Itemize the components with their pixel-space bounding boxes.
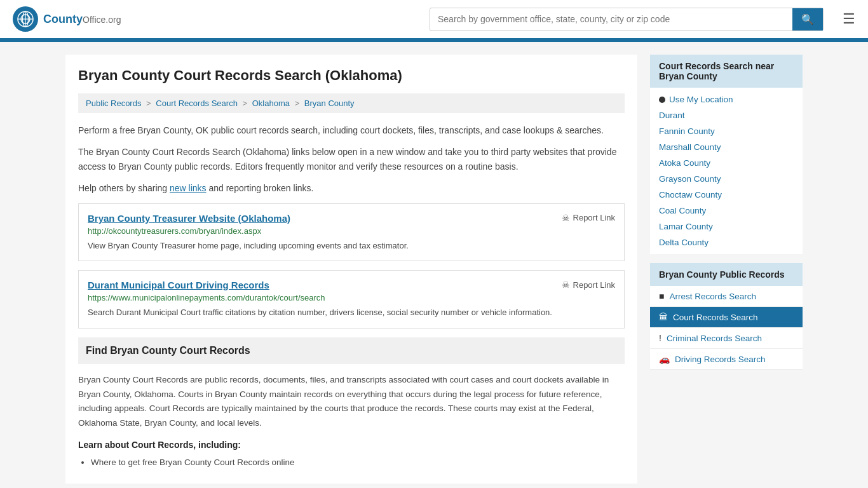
search-button[interactable]: 🔍 xyxy=(792,8,823,30)
logo-text: CountyOffice.org xyxy=(43,13,121,26)
learn-list: Where to get free Bryan County Court Rec… xyxy=(91,455,625,470)
nearby-item-5[interactable]: Choctaw County xyxy=(650,187,803,203)
report-link-0[interactable]: ☠ Report Link xyxy=(562,213,615,223)
pr-link-1[interactable]: Court Records Search xyxy=(673,313,758,322)
nearby-item-8[interactable]: Delta County xyxy=(650,234,803,250)
arrest-icon: ■ xyxy=(659,291,664,301)
criminal-icon: ! xyxy=(659,333,661,343)
nearby-item-4[interactable]: Grayson County xyxy=(650,171,803,187)
public-records-list: ■ Arrest Records Search 🏛 Court Records … xyxy=(650,286,803,370)
link-title-1[interactable]: Durant Municipal Court Driving Records xyxy=(88,280,269,290)
find-section-header: Find Bryan County Court Records xyxy=(78,337,625,364)
pr-item-2[interactable]: ! Criminal Records Search xyxy=(650,328,803,349)
use-location-item[interactable]: Use My Location xyxy=(650,92,803,107)
search-input[interactable] xyxy=(430,9,792,29)
link-card-1: Durant Municipal Court Driving Records ☠… xyxy=(78,270,625,329)
link-card-0: Bryan County Treasurer Website (Oklahoma… xyxy=(78,203,625,262)
menu-icon[interactable]: ☰ xyxy=(843,11,855,27)
logo-icon xyxy=(13,6,38,32)
link-desc-0: View Bryan County Treasurer home page, i… xyxy=(88,240,615,252)
breadcrumb-public-records[interactable]: Public Records xyxy=(86,98,141,108)
pr-link-0[interactable]: Arrest Records Search xyxy=(669,292,756,301)
description-3: Help others by sharing new links and rep… xyxy=(78,181,625,195)
page-title: Bryan County Court Records Search (Oklah… xyxy=(78,67,625,84)
description-2: The Bryan County Court Records Search (O… xyxy=(78,145,625,173)
location-dot-icon xyxy=(659,97,665,103)
link-url-0: http://okcountytreasurers.com/bryan/inde… xyxy=(88,226,615,236)
nearby-item-6[interactable]: Coal County xyxy=(650,203,803,219)
page-container: Bryan County Court Records Search (Oklah… xyxy=(53,42,815,488)
nearby-section-title: Court Records Search near Bryan County xyxy=(650,55,803,88)
pr-link-3[interactable]: Driving Records Search xyxy=(675,355,766,364)
report-icon-1: ☠ xyxy=(562,280,570,290)
breadcrumb-court-records-search[interactable]: Court Records Search xyxy=(156,98,238,108)
learn-item-0: Where to get free Bryan County Court Rec… xyxy=(91,455,625,470)
use-location-link[interactable]: Use My Location xyxy=(669,95,733,104)
breadcrumb-oklahoma[interactable]: Oklahoma xyxy=(252,98,290,108)
link-url-1: https://www.municipalonlinepayments.com/… xyxy=(88,293,615,302)
find-section-body: Bryan County Court Records are public re… xyxy=(78,373,625,431)
sidebar: Court Records Search near Bryan County U… xyxy=(650,55,803,484)
main-content: Bryan County Court Records Search (Oklah… xyxy=(65,55,637,484)
public-records-title: Bryan County Public Records xyxy=(650,263,803,286)
breadcrumb-bryan-county[interactable]: Bryan County xyxy=(304,98,355,108)
find-section-title: Find Bryan County Court Records xyxy=(86,345,617,356)
nearby-section: Court Records Search near Bryan County U… xyxy=(650,55,803,254)
court-icon: 🏛 xyxy=(659,312,668,322)
pr-item-0[interactable]: ■ Arrest Records Search xyxy=(650,286,803,307)
driving-icon: 🚗 xyxy=(659,354,670,364)
pr-link-2[interactable]: Criminal Records Search xyxy=(667,334,762,343)
nearby-item-0[interactable]: Durant xyxy=(650,107,803,123)
nearby-item-7[interactable]: Lamar County xyxy=(650,219,803,234)
link-desc-1: Search Durant Municipal Court traffic ci… xyxy=(88,306,615,319)
description-1: Perform a free Bryan County, OK public c… xyxy=(78,123,625,137)
learn-title: Learn about Court Records, including: xyxy=(78,440,625,450)
nearby-item-1[interactable]: Fannin County xyxy=(650,123,803,139)
nearby-list: Use My Location Durant Fannin County Mar… xyxy=(650,88,803,254)
report-icon-0: ☠ xyxy=(562,213,570,223)
nearby-item-2[interactable]: Marshall County xyxy=(650,139,803,155)
nearby-item-3[interactable]: Atoka County xyxy=(650,155,803,171)
report-link-1[interactable]: ☠ Report Link xyxy=(562,280,615,290)
pr-item-1[interactable]: 🏛 Court Records Search xyxy=(650,307,803,328)
site-header: CountyOffice.org 🔍 ☰ xyxy=(0,0,868,40)
breadcrumb: Public Records > Court Records Search > … xyxy=(78,93,625,113)
pr-item-3[interactable]: 🚗 Driving Records Search xyxy=(650,349,803,370)
site-logo[interactable]: CountyOffice.org xyxy=(13,6,121,32)
link-title-0[interactable]: Bryan County Treasurer Website (Oklahoma… xyxy=(88,213,290,224)
public-records-section: Bryan County Public Records ■ Arrest Rec… xyxy=(650,263,803,370)
new-links-link[interactable]: new links xyxy=(170,183,207,193)
search-bar: 🔍 xyxy=(430,8,824,31)
